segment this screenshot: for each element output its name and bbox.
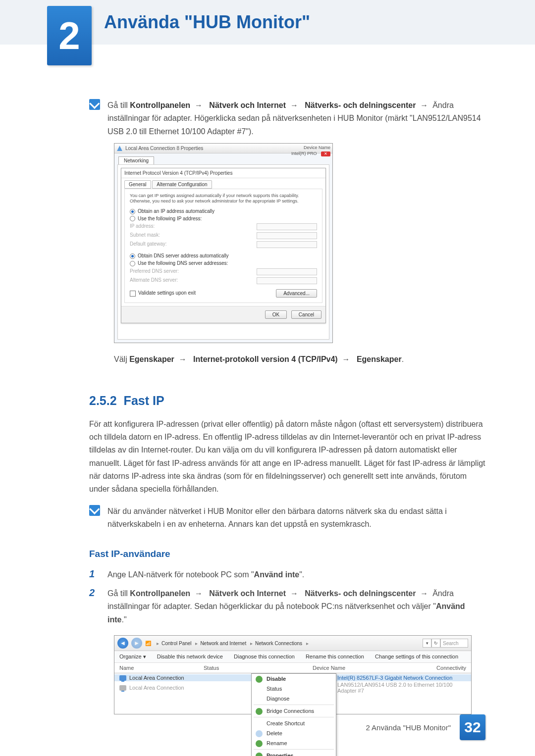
back-button[interactable]: ◄	[117, 638, 128, 649]
screenshot-ipv4-properties: Local Area Connection 8 Properties Devic…	[114, 143, 333, 343]
tab-alternate-configuration[interactable]: Alternate Configuration	[152, 180, 212, 189]
note-icon	[89, 505, 100, 516]
radio-auto-ip[interactable]: Obtain an IP address automatically	[130, 208, 317, 214]
menu-item-bridge[interactable]: Bridge Connections	[252, 706, 336, 716]
menu-item-shortcut[interactable]: Create Shortcut	[252, 718, 336, 728]
chapter-number-badge: 2	[47, 6, 92, 65]
breadcrumb[interactable]: ▸Control Panel ▸Network and Internet ▸Ne…	[154, 641, 311, 646]
col-connectivity[interactable]: Connectivity	[417, 665, 466, 671]
input-preferred-dns[interactable]	[257, 268, 317, 275]
organize-menu[interactable]: Organize ▾	[119, 654, 146, 660]
tab-general[interactable]: General	[124, 180, 151, 189]
change-settings-button[interactable]: Change settings of this connection	[375, 654, 458, 660]
search-input[interactable]: Search	[440, 639, 468, 648]
label-subnet-mask: Subnet mask:	[130, 232, 160, 239]
col-device-name[interactable]: Device Name	[313, 665, 417, 671]
label-preferred-dns: Preferred DNS server:	[130, 268, 179, 275]
network-icon	[119, 685, 126, 691]
input-alternate-dns[interactable]	[257, 277, 317, 284]
section-paragraph: För att konfigurera IP-adressen (privat …	[89, 418, 485, 496]
step-number: 2	[89, 587, 100, 626]
radio-use-ip[interactable]: Use the following IP address:	[130, 216, 317, 222]
page-number-badge: 32	[460, 714, 485, 740]
col-status[interactable]: Status	[204, 665, 293, 671]
inner-dialog-title: Internet Protocol Version 4 (TCP/IPv4) P…	[121, 168, 325, 178]
ok-button[interactable]: OK	[265, 310, 287, 319]
col-name[interactable]: Name	[119, 665, 204, 671]
radio-use-dns[interactable]: Use the following DNS server addresses:	[130, 260, 317, 266]
note-text-2: När du använder nätverket i HUB Monitor …	[107, 505, 485, 531]
subsection-heading: Fast IP-användare	[89, 549, 485, 559]
menu-item-status[interactable]: Status	[252, 684, 336, 694]
forward-button[interactable]: ►	[131, 638, 142, 649]
input-ip-address[interactable]	[257, 223, 317, 230]
label-alternate-dns: Alternate DNS server:	[130, 277, 178, 284]
refresh-button[interactable]: ↻	[431, 639, 440, 648]
disable-device-button[interactable]: Disable this network device	[157, 654, 223, 660]
dialog-title: Local Area Connection 8 Properties Devic…	[114, 144, 332, 153]
step-text: Ange LAN-nätverk för notebook PC som "An…	[107, 568, 304, 581]
radio-auto-dns[interactable]: Obtain DNS server address automatically	[130, 253, 317, 259]
screenshot-network-connections: ◄ ► 📶 ▸Control Panel ▸Network and Intern…	[114, 635, 472, 714]
menu-item-delete[interactable]: Delete	[252, 728, 336, 738]
rename-connection-button[interactable]: Rename this connection	[306, 654, 364, 660]
instruction-line: Välj Egenskaper → Internet-protokoll ver…	[114, 353, 485, 366]
note-icon	[89, 99, 100, 110]
step-text: Gå till Kontrollpanelen → Nätverk och In…	[107, 587, 485, 626]
input-subnet-mask[interactable]	[257, 232, 317, 239]
dialog-blurb: You can get IP settings assigned automat…	[130, 193, 317, 204]
footer-chapter-label: 2 Använda "HUB Monitor"	[366, 723, 451, 732]
close-icon[interactable]: ✕	[321, 151, 330, 156]
input-default-gateway[interactable]	[257, 241, 317, 248]
step-number: 1	[89, 568, 100, 581]
tab-networking[interactable]: Networking	[118, 156, 154, 164]
menu-item-rename[interactable]: Rename	[252, 738, 336, 748]
diagnose-connection-button[interactable]: Diagnose this connection	[234, 654, 295, 660]
menu-item-diagnose[interactable]: Diagnose	[252, 694, 336, 704]
menu-item-properties[interactable]: Properties	[252, 751, 336, 756]
chapter-title: Använda "HUB Monitor"	[104, 12, 310, 33]
label-ip-address: IP address:	[130, 223, 155, 230]
context-menu: Disable Status Diagnose Bridge Connectio…	[251, 673, 336, 756]
advanced-button[interactable]: Advanced...	[276, 289, 317, 298]
note-text-1: Gå till Kontrollpanelen → Nätverk och In…	[107, 99, 485, 138]
section-heading: 2.5.2Fast IP	[89, 394, 485, 408]
cancel-button[interactable]: Cancel	[291, 310, 321, 319]
label-default-gateway: Default gateway:	[130, 241, 167, 248]
checkbox-validate[interactable]	[130, 291, 136, 297]
network-icon	[119, 675, 126, 681]
menu-item-disable[interactable]: Disable	[252, 674, 336, 684]
history-dropdown[interactable]: ▾	[423, 639, 431, 648]
